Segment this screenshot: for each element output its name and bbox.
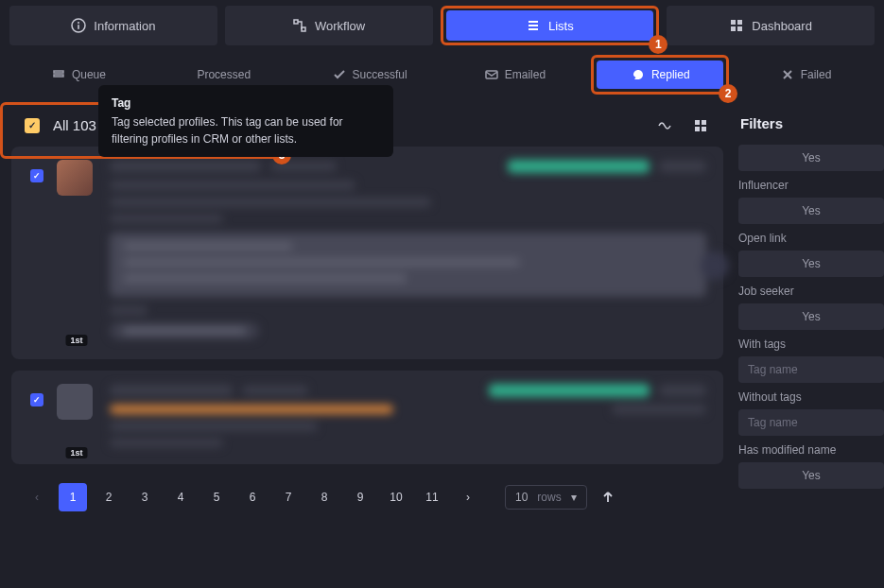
subtab-failed[interactable]: Failed: [737, 55, 875, 95]
workflow-icon: [292, 18, 307, 33]
failed-icon: [780, 67, 795, 82]
tab-information[interactable]: Information: [9, 6, 217, 45]
subtab-replied[interactable]: Replied: [597, 61, 723, 89]
filter-label-influencer: Influencer: [735, 171, 884, 198]
avatar: 1st: [57, 384, 96, 455]
filter-label-modified: Has modified name: [735, 436, 884, 462]
filter-label-jobseeker: Job seeker: [735, 277, 884, 303]
page-5[interactable]: 5: [202, 483, 231, 511]
profile-card[interactable]: ✓ 1st: [11, 147, 723, 359]
annotation-badge-2: 2: [719, 84, 737, 103]
degree-badge: 1st: [65, 335, 87, 346]
tab-lists-label: Lists: [548, 19, 574, 33]
svg-rect-10: [731, 26, 736, 31]
scroll-top-button[interactable]: [595, 484, 621, 510]
svg-rect-14: [486, 71, 497, 78]
svg-rect-19: [702, 127, 706, 131]
subtab-emailed-label: Emailed: [505, 68, 546, 81]
tab-dashboard-label: Dashboard: [752, 19, 812, 33]
row-checkbox[interactable]: ✓: [30, 169, 43, 182]
page-2[interactable]: 2: [95, 483, 123, 511]
page-11[interactable]: 11: [418, 483, 446, 511]
tag-tooltip: Tag Tag selected profiles. This tag can …: [98, 85, 393, 157]
page-3[interactable]: 3: [130, 483, 159, 511]
page-9[interactable]: 9: [346, 483, 374, 511]
reply-icon: [631, 67, 646, 82]
svg-point-1: [78, 22, 79, 24]
svg-rect-12: [54, 71, 63, 73]
filter-label-withouttags: Without tags: [735, 383, 884, 409]
svg-rect-9: [737, 20, 742, 25]
queue-icon: [51, 67, 66, 82]
wave-icon: [657, 118, 672, 133]
view-grid-button[interactable]: [687, 112, 714, 139]
subtab-emailed[interactable]: Emailed: [445, 55, 583, 95]
rows-number: 10: [515, 491, 528, 504]
filter-openlink-yes[interactable]: Yes: [738, 251, 884, 277]
page-7[interactable]: 7: [274, 483, 303, 511]
tooltip-title: Tag: [112, 95, 380, 112]
subtab-replied-label: Replied: [651, 68, 690, 81]
page-next[interactable]: ›: [454, 483, 482, 511]
check-icon: [332, 67, 347, 82]
subtab-queue-label: Queue: [72, 68, 106, 81]
filters-title: Filters: [735, 110, 884, 145]
page-1[interactable]: 1: [59, 483, 87, 511]
svg-rect-11: [737, 26, 742, 31]
filter-jobseeker-yes[interactable]: Yes: [738, 303, 884, 330]
filter-influencer-yes[interactable]: Yes: [738, 198, 884, 224]
tab-lists[interactable]: Lists: [446, 10, 654, 41]
svg-rect-2: [78, 25, 80, 29]
rows-label: rows: [537, 491, 561, 504]
chevron-down-icon: ▾: [571, 491, 577, 504]
filter-label-openlink: Open link: [735, 224, 884, 251]
svg-rect-18: [695, 127, 700, 131]
tooltip-body: Tag selected profiles. This tag can be u…: [112, 113, 380, 147]
page-8[interactable]: 8: [310, 483, 338, 511]
svg-rect-13: [54, 75, 63, 77]
arrow-up-icon: [600, 490, 615, 505]
tab-workflow-label: Workflow: [315, 19, 365, 33]
tab-information-label: Information: [94, 19, 155, 33]
avatar: 1st: [57, 160, 96, 342]
lists-icon: [526, 18, 541, 33]
svg-rect-7: [529, 28, 538, 30]
svg-rect-5: [529, 21, 538, 23]
svg-rect-16: [695, 120, 700, 125]
page-prev[interactable]: ‹: [23, 483, 51, 511]
row-checkbox[interactable]: ✓: [30, 393, 43, 406]
degree-badge: 1st: [65, 447, 87, 458]
svg-rect-17: [702, 120, 706, 125]
tab-workflow[interactable]: Workflow: [225, 6, 433, 45]
without-tags-input[interactable]: Tag name: [738, 409, 884, 436]
filter-modified-yes[interactable]: Yes: [738, 462, 884, 489]
page-10[interactable]: 10: [382, 483, 410, 511]
page-4[interactable]: 4: [166, 483, 195, 511]
grid-icon: [693, 118, 708, 133]
info-icon: [71, 18, 86, 33]
pagination: ‹ 1 2 3 4 5 6 7 8 9 10 11 › 10 rows ▾: [11, 476, 723, 519]
select-all-checkbox[interactable]: ✓: [25, 118, 40, 133]
subtab-successful-label: Successful: [353, 68, 407, 81]
svg-rect-8: [731, 20, 736, 25]
subtab-processed-label: Processed: [197, 68, 251, 81]
view-wave-button[interactable]: [651, 112, 678, 139]
page-6[interactable]: 6: [238, 483, 267, 511]
rows-per-page[interactable]: 10 rows ▾: [505, 485, 587, 510]
filter-yes[interactable]: Yes: [738, 145, 884, 171]
filter-label-withtags: With tags: [735, 330, 884, 356]
svg-rect-6: [529, 25, 538, 26]
dashboard-icon: [729, 18, 744, 33]
subtab-failed-label: Failed: [801, 68, 832, 81]
svg-rect-3: [294, 20, 298, 24]
profile-card[interactable]: ✓ 1st: [11, 371, 723, 464]
tab-dashboard[interactable]: Dashboard: [667, 6, 875, 45]
with-tags-input[interactable]: Tag name: [738, 356, 884, 383]
email-icon: [484, 67, 499, 82]
